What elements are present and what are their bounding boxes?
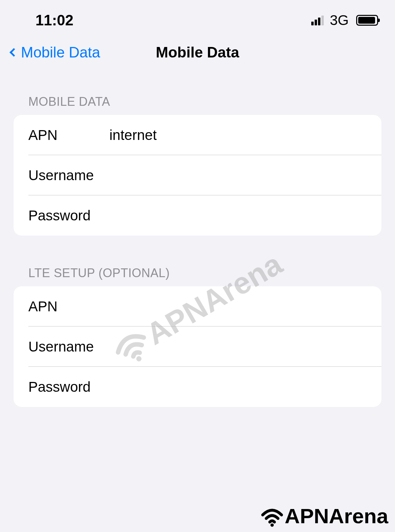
input-apn[interactable] xyxy=(109,127,367,143)
row-apn[interactable]: APN xyxy=(14,115,381,155)
input-username[interactable] xyxy=(109,167,367,184)
signal-icon xyxy=(311,16,324,25)
row-password[interactable]: Password xyxy=(14,195,381,236)
wifi-icon xyxy=(260,504,284,528)
label-password: Password xyxy=(28,208,109,224)
card-mobile-data: APN Username Password xyxy=(14,115,381,236)
row-lte-password[interactable]: Password xyxy=(14,367,381,407)
label-lte-username: Username xyxy=(28,339,109,355)
row-username[interactable]: Username xyxy=(14,155,381,195)
input-lte-password[interactable] xyxy=(109,379,367,395)
status-time: 11:02 xyxy=(35,12,74,29)
section-header-lte: LTE SETUP (OPTIONAL) xyxy=(14,266,381,286)
back-button[interactable]: Mobile Data xyxy=(7,44,100,61)
chevron-left-icon xyxy=(9,48,18,56)
label-apn: APN xyxy=(28,127,109,143)
network-type: 3G xyxy=(330,12,349,28)
label-username: Username xyxy=(28,167,109,184)
svg-point-1 xyxy=(270,523,274,527)
status-bar: 11:02 3G xyxy=(0,0,395,34)
label-lte-apn: APN xyxy=(28,298,109,315)
battery-icon xyxy=(356,15,378,26)
row-lte-username[interactable]: Username xyxy=(14,327,381,367)
input-lte-username[interactable] xyxy=(109,339,367,355)
input-lte-apn[interactable] xyxy=(109,298,367,315)
back-label: Mobile Data xyxy=(21,44,100,61)
content: MOBILE DATA APN Username Password LTE SE… xyxy=(0,71,395,407)
label-lte-password: Password xyxy=(28,379,109,395)
watermark-bottom-text: APNArena xyxy=(285,504,388,528)
input-password[interactable] xyxy=(109,208,367,224)
card-lte: APN Username Password xyxy=(14,286,381,407)
watermark-bottom: APNArena xyxy=(260,504,388,528)
row-lte-apn[interactable]: APN xyxy=(14,286,381,327)
nav-bar: Mobile Data Mobile Data xyxy=(0,34,395,71)
status-indicators: 3G xyxy=(311,12,378,28)
section-header-mobile-data: MOBILE DATA xyxy=(14,95,381,115)
